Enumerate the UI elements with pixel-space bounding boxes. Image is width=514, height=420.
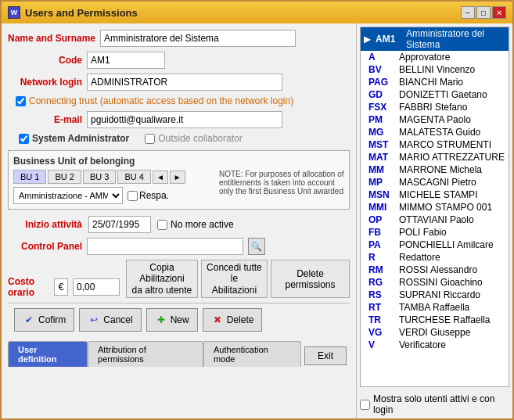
respa-label: Respa.	[139, 190, 169, 201]
bu-dropdown[interactable]: Amministrazione - AMM	[13, 187, 123, 204]
code-label: Code	[8, 55, 82, 66]
tab-attribution[interactable]: Attribution of permissions	[88, 341, 203, 367]
copia-label2: da altro utente	[132, 285, 192, 296]
user-name: DONIZETTI Gaetano	[399, 89, 487, 100]
user-name: Redattore	[399, 252, 440, 263]
name-input[interactable]	[100, 30, 296, 47]
user-list-item[interactable]: MMI MIMMO STAMPO 001	[361, 201, 509, 214]
user-code: BV	[368, 64, 396, 75]
title-bar: W Users and Permissions − □ ✕	[2, 2, 512, 23]
user-list-item[interactable]: A Approvatore	[361, 51, 509, 63]
bu-tab-4[interactable]: BU 4	[117, 170, 150, 184]
user-list-item[interactable]: PAG BIANCHI Mario	[361, 76, 509, 88]
no-more-checkbox[interactable]	[157, 220, 167, 230]
tabs-container: User definition Attribution of permissio…	[8, 341, 350, 367]
cancel-button[interactable]: ↩ Cancel	[79, 308, 141, 332]
user-list-item[interactable]: V Verificatore	[361, 339, 509, 351]
user-list-item[interactable]: RM ROSSI Alessandro	[361, 264, 509, 276]
user-code: R	[368, 252, 396, 263]
user-list-item[interactable]: FSX FABBRI Stefano	[361, 101, 509, 113]
user-list-item[interactable]: GD DONIZETTI Gaetano	[361, 88, 509, 101]
user-list-item[interactable]: BV BELLINI Vincenzo	[361, 63, 509, 76]
user-list-item[interactable]: TR TURCHESE Raffaella	[361, 314, 509, 326]
user-code: TR	[368, 314, 396, 325]
user-list-item[interactable]: MG MALATESTA Guido	[361, 126, 509, 138]
confirm-button[interactable]: ✔ Cofirm	[14, 308, 74, 332]
main-window: W Users and Permissions − □ ✕ Name and S…	[0, 0, 514, 420]
exit-button[interactable]: Exit	[304, 346, 347, 365]
user-list-item[interactable]: RS SUPRANI Riccardo	[361, 289, 509, 301]
bu-tab-1[interactable]: BU 1	[13, 170, 46, 184]
network-login-input[interactable]	[87, 74, 282, 91]
user-code: MMI	[368, 202, 396, 213]
user-code: OP	[368, 214, 396, 225]
control-panel-input[interactable]	[87, 238, 243, 255]
user-list-item[interactable]: RG ROSSINI Gioachino	[361, 276, 509, 289]
confirm-label: Cofirm	[38, 314, 66, 325]
browse-icon: 🔍	[251, 242, 262, 252]
user-code: MSN	[368, 189, 396, 200]
bu-tab-2[interactable]: BU 2	[48, 170, 81, 184]
window-icon: W	[8, 6, 20, 19]
user-code: RG	[368, 277, 396, 288]
delete-label: Delete	[227, 314, 254, 325]
user-list-item[interactable]: PA PONCHIELLI Amilcare	[361, 239, 509, 251]
new-button[interactable]: ✚ New	[146, 308, 198, 332]
system-admin-checkbox[interactable]	[19, 134, 29, 144]
action-buttons-group: Copia Abilitazioni da altro utente Conce…	[126, 260, 350, 298]
minimize-button[interactable]: −	[461, 6, 475, 19]
delete-button[interactable]: ✖ Delete	[203, 308, 263, 332]
delete-permissions-button[interactable]: Delete permissions	[271, 260, 350, 298]
user-list-item[interactable]: VG VERDI Giuseppe	[361, 326, 509, 339]
tab-authentication[interactable]: Authentication mode	[203, 341, 301, 367]
inizio-input[interactable]	[88, 216, 151, 233]
selection-arrow: ▶	[364, 34, 371, 45]
user-name: Approvatore	[399, 52, 450, 63]
mostra-checkbox[interactable]	[360, 400, 370, 410]
respa-checkbox[interactable]	[128, 191, 138, 201]
bu-tab-3[interactable]: BU 3	[83, 170, 116, 184]
user-code: VG	[368, 327, 396, 338]
user-list-item[interactable]: OP OTTAVIANI Paolo	[361, 214, 509, 226]
user-list-item[interactable]: MST MARCO STRUMENTI	[361, 138, 509, 151]
user-name: MIMMO STAMPO 001	[399, 202, 492, 213]
bottom-bar: ✔ Cofirm ↩ Cancel ✚ New ✖ Delete	[8, 303, 350, 336]
user-name: TAMBA Raffaella	[399, 302, 469, 313]
bu-note: NOTE: For purposes of allocation of enti…	[219, 170, 344, 196]
name-label: Name and Surname	[8, 33, 95, 44]
new-label: New	[171, 314, 189, 325]
mostra-label: Mostra solo utenti attivi e con login	[373, 393, 509, 415]
control-panel-browse-button[interactable]: 🔍	[248, 238, 265, 255]
copia-button[interactable]: Copia Abilitazioni da altro utente	[126, 260, 198, 298]
user-name: MARIO ATTREZZATURE	[399, 152, 505, 163]
bu-nav-prev[interactable]: ◄	[153, 171, 168, 184]
costo-input[interactable]	[73, 278, 120, 296]
user-list-item[interactable]: MP MASCAGNI Pietro	[361, 176, 509, 188]
bu-nav-next[interactable]: ►	[170, 171, 185, 184]
connecting-trust-checkbox[interactable]	[16, 96, 26, 106]
tab-user-definition[interactable]: User definition	[8, 341, 88, 367]
maximize-button[interactable]: □	[476, 6, 491, 19]
bu-section: Business Unit of belonging BU 1 BU 2 BU …	[8, 150, 350, 210]
concedi-button[interactable]: Concedi tutte le Abilitazioni	[201, 260, 268, 298]
user-name: MICHELE STAMPI	[399, 189, 477, 200]
user-list-item[interactable]: MAT MARIO ATTREZZATURE	[361, 151, 509, 163]
email-input[interactable]	[87, 111, 282, 128]
user-list-item[interactable]: ▶ AM1 Amministratore del Sistema	[361, 27, 509, 51]
user-name: ROSSI Alessandro	[399, 264, 477, 275]
right-panel: ▶ AM1 Amministratore del Sistema A Appro…	[356, 23, 512, 418]
user-list-item[interactable]: RT TAMBA Raffaella	[361, 301, 509, 314]
close-button[interactable]: ✕	[492, 6, 506, 19]
mostra-row: Mostra solo utenti attivi e con login	[357, 390, 512, 418]
inizio-label: Inizio attività	[8, 219, 82, 230]
user-code: RM	[368, 264, 396, 275]
code-input[interactable]	[87, 52, 165, 69]
user-list-item[interactable]: PM MAGENTA Paolo	[361, 113, 509, 126]
user-code: RS	[368, 289, 396, 300]
outside-collab-group: Outside collaborator	[145, 133, 242, 144]
user-list-item[interactable]: FB POLI Fabio	[361, 226, 509, 239]
user-list-item[interactable]: MSN MICHELE STAMPI	[361, 188, 509, 201]
user-list-item[interactable]: R Redattore	[361, 251, 509, 264]
outside-collab-checkbox[interactable]	[145, 134, 155, 144]
user-list-item[interactable]: MM MARRONE Michela	[361, 163, 509, 176]
